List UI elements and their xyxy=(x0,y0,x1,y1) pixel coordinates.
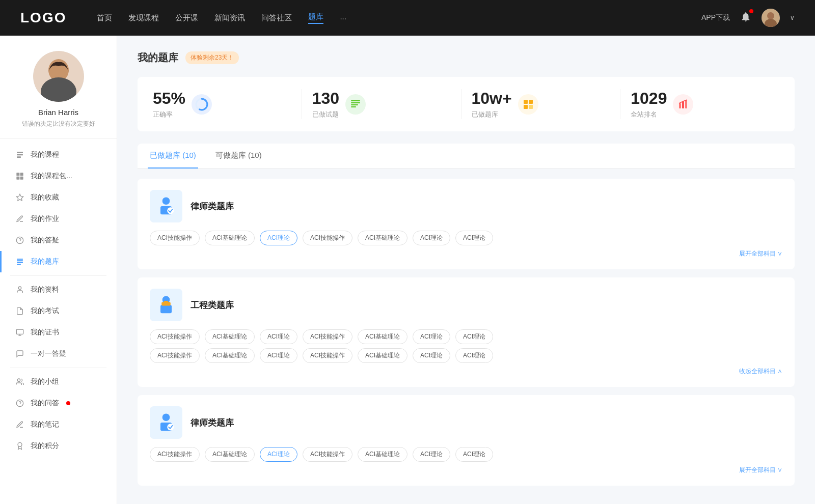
sidebar-item-coursepack[interactable]: 我的课程包... xyxy=(0,165,117,187)
svg-rect-32 xyxy=(351,104,358,105)
nav-opencourse[interactable]: 公开课 xyxy=(175,13,198,23)
sidebar-label-favorites: 我的收藏 xyxy=(31,193,59,202)
tab-available[interactable]: 可做题库 (10) xyxy=(213,144,264,169)
notification-badge xyxy=(749,9,753,13)
svg-rect-30 xyxy=(351,100,360,101)
tag-3-3[interactable]: ACI技能操作 xyxy=(303,447,352,462)
sidebar-label-cert: 我的证书 xyxy=(31,328,59,337)
svg-rect-34 xyxy=(524,100,528,104)
tag-3-6[interactable]: ACI理论 xyxy=(455,447,493,462)
tag-1-4[interactable]: ACI基础理论 xyxy=(358,231,408,245)
svg-point-43 xyxy=(167,207,174,214)
user-menu-chevron[interactable]: ∨ xyxy=(790,14,795,21)
tag-1-6[interactable]: ACI理论 xyxy=(455,231,493,245)
svg-rect-9 xyxy=(16,173,19,176)
tag-2b-5[interactable]: ACI理论 xyxy=(413,348,450,363)
tag-2-3[interactable]: ACI技能操作 xyxy=(303,329,352,344)
svg-rect-40 xyxy=(685,100,687,108)
course-icon xyxy=(15,150,24,159)
sidebar-label-mydata: 我的资料 xyxy=(31,285,59,294)
sidebar-label-myqa: 我的问答 xyxy=(31,399,59,408)
app-download-button[interactable]: APP下载 xyxy=(701,13,730,22)
sidebar-item-myexam[interactable]: 我的考试 xyxy=(0,300,117,322)
sidebar-label-mycourse: 我的课程 xyxy=(31,150,59,159)
tab-done[interactable]: 已做题库 (10) xyxy=(148,144,198,169)
cert-icon xyxy=(15,328,24,337)
sidebar-item-qbank[interactable]: 我的题库 xyxy=(0,251,117,272)
lawyer-icon-2 xyxy=(155,411,177,434)
tag-1-0[interactable]: ACI技能操作 xyxy=(150,231,200,245)
svg-rect-7 xyxy=(17,154,23,156)
tags-row-3: ACI技能操作 ACI基础理论 ACI理论 ACI技能操作 ACI基础理论 AC… xyxy=(150,447,782,462)
tag-2b-2[interactable]: ACI理论 xyxy=(260,348,297,363)
user-avatar-nav[interactable] xyxy=(762,9,780,27)
tag-2-1[interactable]: ACI基础理论 xyxy=(205,329,255,344)
tag-2-5[interactable]: ACI理论 xyxy=(413,329,450,344)
sidebar-label-coursepack: 我的课程包... xyxy=(31,172,72,181)
tag-1-1[interactable]: ACI基础理论 xyxy=(205,231,255,245)
avatar-image-sidebar xyxy=(33,51,84,102)
notification-bell[interactable] xyxy=(740,11,751,24)
done-banks-label: 已做题库 xyxy=(472,110,512,119)
tag-3-4[interactable]: ACI基础理论 xyxy=(358,447,408,462)
sidebar-item-oneone[interactable]: 一对一答疑 xyxy=(0,343,117,365)
chart-icon xyxy=(677,98,689,110)
sidebar-item-mycourse[interactable]: 我的课程 xyxy=(0,144,117,165)
user-profile: Brian Harris 错误的决定比没有决定要好 xyxy=(0,51,117,139)
nav-home[interactable]: 首页 xyxy=(97,13,112,23)
tag-2-0[interactable]: ACI技能操作 xyxy=(150,329,200,344)
qbank-card-3: 律师类题库 ACI技能操作 ACI基础理论 ACI理论 ACI技能操作 ACI基… xyxy=(138,395,795,486)
svg-rect-12 xyxy=(20,177,23,180)
sidebar-item-qa[interactable]: 我的答疑 xyxy=(0,230,117,251)
tag-2b-3[interactable]: ACI技能操作 xyxy=(303,348,352,363)
myqa-icon xyxy=(15,399,24,408)
accuracy-value: 55% xyxy=(153,89,185,108)
tag-2b-4[interactable]: ACI基础理论 xyxy=(358,348,408,363)
nav-news[interactable]: 新闻资讯 xyxy=(214,13,245,23)
expand-link-1[interactable]: 展开全部科目 ∨ xyxy=(150,249,782,258)
nav-qbank[interactable]: 题库 xyxy=(308,12,323,24)
ranking-label: 全站排名 xyxy=(631,110,667,119)
tag-3-0[interactable]: ACI技能操作 xyxy=(150,447,200,462)
grid-icon xyxy=(522,98,534,110)
tag-1-3[interactable]: ACI技能操作 xyxy=(303,231,352,245)
tag-2-2[interactable]: ACI理论 xyxy=(260,329,297,344)
sidebar-item-group[interactable]: 我的小组 xyxy=(0,371,117,393)
nav-qa[interactable]: 问答社区 xyxy=(261,13,292,23)
tag-2b-0[interactable]: ACI技能操作 xyxy=(150,348,200,363)
tag-2b-6[interactable]: ACI理论 xyxy=(455,348,493,363)
sidebar-item-myqa[interactable]: 我的问答 xyxy=(0,393,117,414)
qbank-header-2: 工程类题库 xyxy=(150,289,782,321)
qbank-card-2: 工程类题库 ACI技能操作 ACI基础理论 ACI理论 ACI技能操作 ACI基… xyxy=(138,277,795,387)
sidebar-item-cert[interactable]: 我的证书 xyxy=(0,322,117,343)
sidebar-item-notes[interactable]: 我的笔记 xyxy=(0,414,117,435)
tags-row-2b: ACI技能操作 ACI基础理论 ACI理论 ACI技能操作 ACI基础理论 AC… xyxy=(150,348,782,363)
tag-1-5[interactable]: ACI理论 xyxy=(413,231,450,245)
sidebar-label-oneone: 一对一答疑 xyxy=(31,349,66,358)
nav-discover[interactable]: 发现课程 xyxy=(128,13,159,23)
sidebar-label-myexam: 我的考试 xyxy=(31,306,59,316)
sidebar-item-points[interactable]: 我的积分 xyxy=(0,435,117,457)
tag-2-6[interactable]: ACI理论 xyxy=(455,329,493,344)
svg-rect-18 xyxy=(17,262,23,263)
tag-3-2[interactable]: ACI理论 xyxy=(260,447,297,462)
tag-1-2[interactable]: ACI理论 xyxy=(260,231,297,245)
svg-rect-17 xyxy=(17,260,23,261)
expand-link-3[interactable]: 展开全部科目 ∨ xyxy=(150,466,782,474)
svg-rect-37 xyxy=(529,105,533,109)
accuracy-label: 正确率 xyxy=(153,110,185,119)
qbank-icon-1 xyxy=(150,190,182,222)
lawyer-icon xyxy=(155,195,177,217)
homework-icon xyxy=(15,214,24,223)
tag-3-1[interactable]: ACI基础理论 xyxy=(205,447,255,462)
sidebar-item-favorites[interactable]: 我的收藏 xyxy=(0,187,117,208)
svg-point-41 xyxy=(162,197,170,205)
nav-more[interactable]: ··· xyxy=(340,14,346,22)
qa-icon xyxy=(15,236,24,245)
tag-3-5[interactable]: ACI理论 xyxy=(413,447,450,462)
tag-2b-1[interactable]: ACI基础理论 xyxy=(205,348,255,363)
collapse-link-2[interactable]: 收起全部科目 ∧ xyxy=(150,367,782,376)
sidebar-item-homework[interactable]: 我的作业 xyxy=(0,208,117,230)
tag-2-4[interactable]: ACI基础理论 xyxy=(358,329,408,344)
sidebar-item-mydata[interactable]: 我的资料 xyxy=(0,279,117,300)
